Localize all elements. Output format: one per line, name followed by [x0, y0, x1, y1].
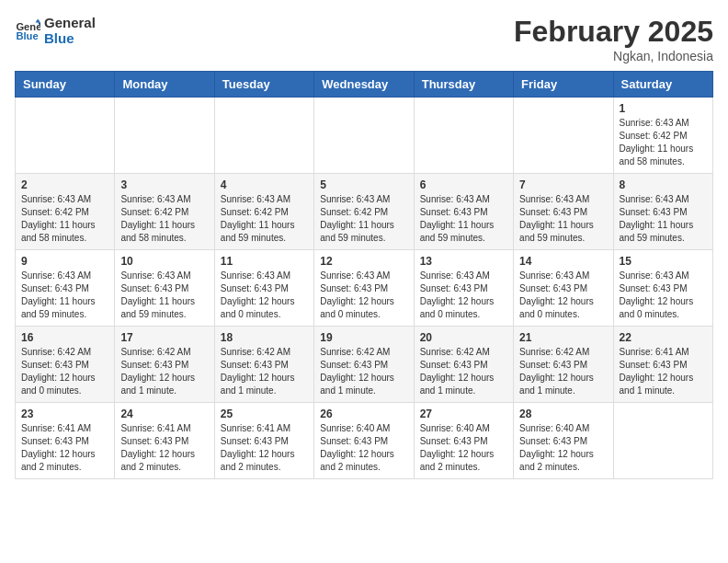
day-info: Sunrise: 6:43 AM Sunset: 6:43 PM Dayligh… — [620, 193, 707, 245]
day-number: 20 — [420, 331, 507, 344]
day-number: 1 — [620, 102, 707, 115]
calendar-cell: 15Sunrise: 6:43 AM Sunset: 6:43 PM Dayli… — [613, 250, 712, 327]
location-subtitle: Ngkan, Indonesia — [514, 49, 713, 63]
day-info: Sunrise: 6:43 AM Sunset: 6:43 PM Dayligh… — [420, 270, 507, 321]
col-header-monday: Monday — [115, 72, 214, 98]
day-number: 2 — [21, 178, 108, 191]
day-info: Sunrise: 6:43 AM Sunset: 6:43 PM Dayligh… — [221, 270, 308, 321]
day-number: 16 — [21, 331, 108, 344]
calendar-cell — [214, 98, 313, 174]
calendar-cell: 17Sunrise: 6:42 AM Sunset: 6:43 PM Dayli… — [115, 327, 214, 403]
day-number: 9 — [21, 255, 108, 268]
logo-icon: General Blue — [15, 17, 40, 43]
calendar-cell — [514, 98, 613, 174]
calendar-cell: 3Sunrise: 6:43 AM Sunset: 6:42 PM Daylig… — [115, 174, 214, 250]
day-number: 10 — [120, 255, 208, 268]
page-header: General Blue General Blue February 2025 … — [15, 15, 713, 63]
calendar-cell: 20Sunrise: 6:42 AM Sunset: 6:43 PM Dayli… — [414, 327, 513, 403]
day-info: Sunrise: 6:40 AM Sunset: 6:43 PM Dayligh… — [320, 422, 407, 474]
day-info: Sunrise: 6:40 AM Sunset: 6:43 PM Dayligh… — [420, 422, 507, 474]
calendar-header-row: SundayMondayTuesdayWednesdayThursdayFrid… — [16, 72, 713, 98]
day-info: Sunrise: 6:43 AM Sunset: 6:43 PM Dayligh… — [519, 270, 607, 321]
day-info: Sunrise: 6:43 AM Sunset: 6:42 PM Dayligh… — [120, 193, 208, 245]
calendar-cell: 8Sunrise: 6:43 AM Sunset: 6:43 PM Daylig… — [613, 174, 712, 250]
day-info: Sunrise: 6:42 AM Sunset: 6:43 PM Dayligh… — [320, 346, 407, 397]
calendar-cell: 12Sunrise: 6:43 AM Sunset: 6:43 PM Dayli… — [314, 250, 414, 327]
calendar-cell: 22Sunrise: 6:41 AM Sunset: 6:43 PM Dayli… — [613, 327, 712, 403]
calendar-cell: 10Sunrise: 6:43 AM Sunset: 6:43 PM Dayli… — [115, 250, 214, 327]
calendar-cell: 27Sunrise: 6:40 AM Sunset: 6:43 PM Dayli… — [414, 403, 513, 479]
title-block: February 2025 Ngkan, Indonesia — [514, 15, 713, 63]
day-info: Sunrise: 6:43 AM Sunset: 6:42 PM Dayligh… — [620, 117, 707, 168]
day-number: 15 — [620, 255, 707, 268]
calendar-cell: 4Sunrise: 6:43 AM Sunset: 6:42 PM Daylig… — [214, 174, 313, 250]
calendar-cell: 6Sunrise: 6:43 AM Sunset: 6:43 PM Daylig… — [414, 174, 513, 250]
calendar-week-1: 2Sunrise: 6:43 AM Sunset: 6:42 PM Daylig… — [16, 174, 713, 250]
calendar-cell: 23Sunrise: 6:41 AM Sunset: 6:43 PM Dayli… — [16, 403, 115, 479]
calendar-cell: 21Sunrise: 6:42 AM Sunset: 6:43 PM Dayli… — [514, 327, 613, 403]
day-info: Sunrise: 6:42 AM Sunset: 6:43 PM Dayligh… — [221, 346, 308, 397]
day-info: Sunrise: 6:41 AM Sunset: 6:43 PM Dayligh… — [120, 422, 208, 474]
logo: General Blue General Blue — [15, 15, 96, 46]
calendar-week-4: 23Sunrise: 6:41 AM Sunset: 6:43 PM Dayli… — [16, 403, 713, 479]
calendar-week-3: 16Sunrise: 6:42 AM Sunset: 6:43 PM Dayli… — [16, 327, 713, 403]
day-info: Sunrise: 6:43 AM Sunset: 6:43 PM Dayligh… — [519, 193, 607, 245]
day-info: Sunrise: 6:41 AM Sunset: 6:43 PM Dayligh… — [620, 346, 707, 397]
day-info: Sunrise: 6:41 AM Sunset: 6:43 PM Dayligh… — [221, 422, 308, 474]
col-header-wednesday: Wednesday — [314, 72, 414, 98]
calendar-cell: 13Sunrise: 6:43 AM Sunset: 6:43 PM Dayli… — [414, 250, 513, 327]
col-header-thursday: Thursday — [414, 72, 513, 98]
calendar-week-0: 1Sunrise: 6:43 AM Sunset: 6:42 PM Daylig… — [16, 98, 713, 174]
calendar-week-2: 9Sunrise: 6:43 AM Sunset: 6:43 PM Daylig… — [16, 250, 713, 327]
day-info: Sunrise: 6:43 AM Sunset: 6:43 PM Dayligh… — [120, 270, 208, 321]
day-info: Sunrise: 6:41 AM Sunset: 6:43 PM Dayligh… — [21, 422, 108, 474]
day-info: Sunrise: 6:42 AM Sunset: 6:43 PM Dayligh… — [21, 346, 108, 397]
calendar-cell: 11Sunrise: 6:43 AM Sunset: 6:43 PM Dayli… — [214, 250, 313, 327]
day-number: 6 — [420, 178, 507, 191]
calendar-cell: 16Sunrise: 6:42 AM Sunset: 6:43 PM Dayli… — [16, 327, 115, 403]
day-number: 4 — [221, 178, 308, 191]
col-header-saturday: Saturday — [613, 72, 712, 98]
col-header-friday: Friday — [514, 72, 613, 98]
calendar-cell — [314, 98, 414, 174]
day-number: 24 — [120, 408, 208, 420]
calendar-table: SundayMondayTuesdayWednesdayThursdayFrid… — [15, 71, 713, 479]
calendar-cell: 9Sunrise: 6:43 AM Sunset: 6:43 PM Daylig… — [16, 250, 115, 327]
calendar-cell: 19Sunrise: 6:42 AM Sunset: 6:43 PM Dayli… — [314, 327, 414, 403]
day-info: Sunrise: 6:42 AM Sunset: 6:43 PM Dayligh… — [519, 346, 607, 397]
day-info: Sunrise: 6:43 AM Sunset: 6:43 PM Dayligh… — [21, 270, 108, 321]
day-number: 22 — [620, 331, 707, 344]
day-info: Sunrise: 6:43 AM Sunset: 6:43 PM Dayligh… — [420, 193, 507, 245]
day-info: Sunrise: 6:43 AM Sunset: 6:42 PM Dayligh… — [221, 193, 308, 245]
day-number: 28 — [519, 408, 607, 420]
calendar-cell — [613, 403, 712, 479]
day-info: Sunrise: 6:43 AM Sunset: 6:42 PM Dayligh… — [320, 193, 407, 245]
calendar-cell — [16, 98, 115, 174]
day-number: 12 — [320, 255, 407, 268]
day-info: Sunrise: 6:40 AM Sunset: 6:43 PM Dayligh… — [519, 422, 607, 474]
month-title: February 2025 — [514, 15, 713, 49]
col-header-tuesday: Tuesday — [214, 72, 313, 98]
day-number: 7 — [519, 178, 607, 191]
day-number: 27 — [420, 408, 507, 420]
day-info: Sunrise: 6:42 AM Sunset: 6:43 PM Dayligh… — [120, 346, 208, 397]
day-number: 3 — [120, 178, 208, 191]
calendar-cell: 28Sunrise: 6:40 AM Sunset: 6:43 PM Dayli… — [514, 403, 613, 479]
day-number: 13 — [420, 255, 507, 268]
calendar-cell: 18Sunrise: 6:42 AM Sunset: 6:43 PM Dayli… — [214, 327, 313, 403]
day-number: 25 — [221, 408, 308, 420]
calendar-cell: 25Sunrise: 6:41 AM Sunset: 6:43 PM Dayli… — [214, 403, 313, 479]
day-info: Sunrise: 6:43 AM Sunset: 6:42 PM Dayligh… — [21, 193, 108, 245]
day-number: 26 — [320, 408, 407, 420]
logo-general: General — [44, 15, 96, 30]
logo-blue: Blue — [44, 30, 96, 46]
day-number: 18 — [221, 331, 308, 344]
calendar-cell: 14Sunrise: 6:43 AM Sunset: 6:43 PM Dayli… — [514, 250, 613, 327]
calendar-cell — [115, 98, 214, 174]
day-number: 8 — [620, 178, 707, 191]
calendar-cell — [414, 98, 513, 174]
day-number: 11 — [221, 255, 308, 268]
day-number: 14 — [519, 255, 607, 268]
day-info: Sunrise: 6:43 AM Sunset: 6:43 PM Dayligh… — [620, 270, 707, 321]
calendar-cell: 7Sunrise: 6:43 AM Sunset: 6:43 PM Daylig… — [514, 174, 613, 250]
